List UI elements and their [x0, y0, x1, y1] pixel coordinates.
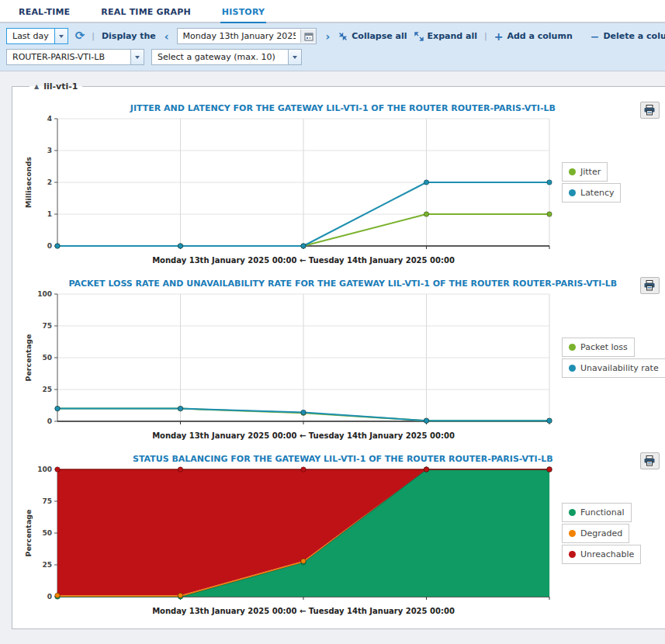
- minus-icon: −: [591, 31, 600, 42]
- legend-dot-icon: [569, 189, 576, 196]
- print-chart-button[interactable]: [640, 452, 660, 469]
- legend-item-unavailability-rate[interactable]: Unavailability rate: [562, 358, 665, 378]
- chart-title: PACKET LOSS RATE AND UNAVAILABILITY RATE…: [20, 273, 665, 289]
- collapse-caret-icon: ▲: [34, 83, 39, 90]
- calendar-picker-button[interactable]: [300, 29, 316, 43]
- svg-text:75: 75: [42, 497, 52, 505]
- svg-text:2: 2: [47, 178, 52, 186]
- chevron-down-icon[interactable]: [54, 29, 68, 43]
- chevron-down-icon[interactable]: [130, 50, 144, 64]
- panel-collapse-toggle[interactable]: ▲ lil-vti-1: [29, 81, 82, 92]
- svg-text:Monday 13th January 2025 00:00: Monday 13th January 2025 00:00 ← Tuesday…: [152, 607, 455, 615]
- legend-label: Packet loss: [580, 342, 628, 352]
- gateway-select[interactable]: Select a gateway (max. 10): [151, 49, 302, 65]
- chart-legend: Packet lossUnavailability rate: [562, 338, 665, 379]
- printer-icon: [643, 105, 656, 116]
- legend-label: Unreachable: [580, 549, 634, 559]
- svg-text:50: 50: [42, 529, 52, 537]
- chart-legend: JitterLatency: [562, 162, 621, 204]
- chart-row: 01234MillisecondsMonday 13th January 202…: [20, 114, 665, 272]
- period-select[interactable]: Last day: [6, 28, 68, 44]
- toolbar: Last day ⟳ | Display the ‹ ›: [0, 23, 665, 71]
- chart-legend: FunctionalDegradedUnreachable: [562, 503, 641, 566]
- legend-item-latency[interactable]: Latency: [562, 183, 621, 203]
- collapse-all-label: Collapse all: [352, 31, 407, 41]
- router-select-value: ROUTER-PARIS-VTI-LB: [7, 50, 110, 64]
- expand-all-label: Expand all: [428, 31, 477, 41]
- print-chart-button[interactable]: [640, 102, 660, 119]
- packet-loss-chart-block: PACKET LOSS RATE AND UNAVAILABILITY RATE…: [20, 273, 665, 448]
- legend-item-functional[interactable]: Functional: [562, 503, 632, 522]
- svg-text:Percentage: Percentage: [24, 509, 33, 556]
- svg-text:100: 100: [37, 466, 52, 473]
- legend-label: Jitter: [580, 167, 601, 177]
- printer-icon: [643, 280, 656, 291]
- add-column-label: Add a column: [507, 31, 572, 41]
- content-area: ▲ lil-vti-1 JITTER AND LATENCY FOR THE G…: [0, 71, 665, 629]
- legend-label: Functional: [580, 507, 625, 518]
- svg-text:0: 0: [47, 417, 52, 425]
- date-field[interactable]: [177, 28, 317, 44]
- next-day-button[interactable]: ›: [324, 31, 331, 42]
- expand-all-icon: [414, 32, 424, 41]
- legend-item-jitter[interactable]: Jitter: [562, 162, 608, 182]
- jitter-latency-chart-block: JITTER AND LATENCY FOR THE GATEWAY LIL-V…: [20, 98, 665, 272]
- plus-icon: +: [494, 31, 504, 42]
- separator: |: [92, 31, 95, 41]
- legend-label: Degraded: [580, 528, 622, 538]
- legend-label: Latency: [580, 188, 614, 198]
- gateway-panel: ▲ lil-vti-1 JITTER AND LATENCY FOR THE G…: [12, 81, 665, 629]
- display-the-label: Display the: [102, 31, 156, 41]
- separator: |: [484, 31, 487, 41]
- refresh-icon[interactable]: ⟳: [75, 30, 85, 42]
- svg-text:4: 4: [47, 115, 52, 123]
- svg-text:Milliseconds: Milliseconds: [24, 157, 33, 208]
- legend-dot-icon: [569, 344, 576, 351]
- svg-text:Percentage: Percentage: [24, 334, 33, 381]
- print-chart-button[interactable]: [640, 277, 660, 294]
- svg-text:Monday 13th January 2025 00:00: Monday 13th January 2025 00:00 ← Tuesday…: [152, 256, 455, 265]
- legend-dot-icon: [569, 509, 576, 516]
- tab-history[interactable]: HISTORY: [220, 2, 266, 23]
- chevron-down-icon[interactable]: [288, 50, 301, 64]
- toolbar-row-1: Last day ⟳ | Display the ‹ ›: [6, 27, 659, 45]
- svg-text:25: 25: [42, 561, 52, 569]
- toolbar-row-2: ROUTER-PARIS-VTI-LB Select a gateway (ma…: [6, 48, 659, 66]
- gateway-select-value: Select a gateway (max. 10): [152, 50, 281, 64]
- delete-column-button[interactable]: − Delete a column: [591, 31, 665, 42]
- svg-text:100: 100: [37, 290, 52, 298]
- packet-loss-unavailability-chart: 0255075100PercentageMonday 13th January …: [20, 289, 556, 448]
- status-balancing-chart-block: STATUS BALANCING FOR THE GATEWAY LIL-VTI…: [20, 448, 665, 623]
- legend-item-degraded[interactable]: Degraded: [562, 524, 629, 543]
- svg-text:0: 0: [47, 242, 52, 250]
- legend-dot-icon: [569, 551, 576, 558]
- expand-all-button[interactable]: Expand all: [414, 31, 477, 41]
- svg-text:1: 1: [47, 210, 52, 218]
- svg-text:50: 50: [42, 354, 52, 362]
- legend-label: Unavailability rate: [580, 363, 659, 373]
- chart-title: JITTER AND LATENCY FOR THE GATEWAY LIL-V…: [20, 98, 665, 114]
- status-balancing-chart: 0255075100PercentageMonday 13th January …: [20, 465, 556, 623]
- previous-day-button[interactable]: ‹: [163, 31, 171, 42]
- tab-real-time-graph[interactable]: REAL TIME GRAPH: [99, 2, 192, 22]
- tab-bar: REAL-TIME REAL TIME GRAPH HISTORY: [0, 0, 665, 23]
- collapse-all-button[interactable]: Collapse all: [338, 31, 407, 41]
- router-select[interactable]: ROUTER-PARIS-VTI-LB: [6, 49, 144, 65]
- chart-title: STATUS BALANCING FOR THE GATEWAY LIL-VTI…: [20, 448, 665, 465]
- svg-text:Monday 13th January 2025 00:00: Monday 13th January 2025 00:00 ← Tuesday…: [152, 431, 455, 440]
- delete-column-label: Delete a column: [603, 31, 665, 41]
- legend-item-unreachable[interactable]: Unreachable: [562, 545, 641, 564]
- jitter-latency-chart: 01234MillisecondsMonday 13th January 202…: [20, 114, 556, 272]
- svg-text:75: 75: [42, 322, 52, 330]
- svg-text:0: 0: [47, 593, 52, 601]
- legend-dot-icon: [569, 168, 576, 175]
- legend-dot-icon: [569, 365, 576, 372]
- tab-real-time[interactable]: REAL-TIME: [17, 2, 71, 22]
- printer-icon: [643, 455, 656, 466]
- date-input[interactable]: [178, 31, 300, 41]
- legend-item-packet-loss[interactable]: Packet loss: [562, 338, 635, 357]
- svg-text:3: 3: [47, 147, 52, 154]
- calendar-icon: [304, 32, 313, 41]
- period-select-value: Last day: [7, 29, 54, 43]
- add-column-button[interactable]: + Add a column: [494, 31, 573, 42]
